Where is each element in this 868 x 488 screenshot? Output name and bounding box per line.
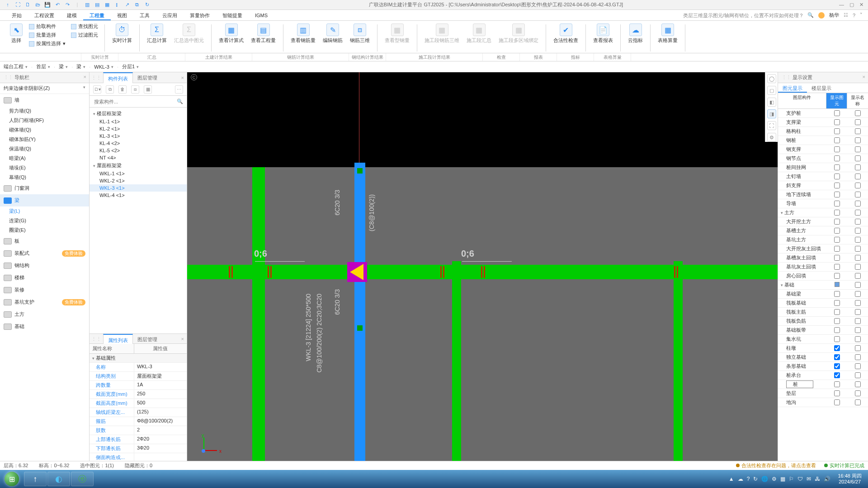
ribbon-button[interactable]: ▤查看工程量 <box>248 23 278 45</box>
close-icon[interactable]: × <box>179 72 187 83</box>
show-name-checkbox[interactable] <box>855 201 861 206</box>
display-item[interactable]: 筏板负筋 <box>778 317 868 326</box>
tab-component-list[interactable]: 构件列表 <box>103 72 133 83</box>
select-button[interactable]: ⬉ 选择 <box>7 23 25 45</box>
property-row[interactable]: 上部通长筋2Φ20 <box>90 435 187 444</box>
nav-item[interactable]: 人防门框墙(RF) <box>0 116 89 125</box>
close-button[interactable]: ✕ <box>859 2 863 8</box>
show-name-checkbox[interactable] <box>855 183 861 188</box>
show-name-checkbox[interactable] <box>855 228 861 234</box>
show-name-checkbox[interactable] <box>855 255 861 261</box>
search-icon[interactable]: 🔍 <box>177 99 183 104</box>
display-item[interactable]: 房心回填 <box>778 272 868 281</box>
show-element-checkbox[interactable] <box>834 399 840 405</box>
view-mode-button[interactable]: ⚙ <box>767 133 776 142</box>
close-icon[interactable]: × <box>863 74 865 80</box>
tree-item[interactable]: WKL-2 <1> <box>90 177 187 184</box>
display-item[interactable]: 集水坑 <box>778 335 868 344</box>
menu-3[interactable]: 工程量 <box>83 10 111 20</box>
show-name-checkbox[interactable] <box>855 192 861 197</box>
property-row[interactable]: 轴线距梁左...(125) <box>90 408 187 417</box>
close-icon[interactable]: × <box>84 74 86 80</box>
select-by-prop-button[interactable]: 按属性选择 ▾ <box>27 40 67 47</box>
show-element-checkbox[interactable] <box>834 137 840 143</box>
constraint-dropdown[interactable]: 约束边缘非阴影区(Z) <box>0 83 89 94</box>
qat-icon[interactable]: 🗁 <box>34 2 41 8</box>
display-item[interactable]: 斜支撑 <box>778 181 868 190</box>
ribbon-button[interactable]: ☁云指标 <box>625 23 646 45</box>
menu-6[interactable]: 云应用 <box>156 10 184 20</box>
tree-item[interactable]: KL-2 <1> <box>90 125 187 132</box>
qat-icon[interactable]: ↷ <box>64 2 71 8</box>
show-element-checkbox[interactable] <box>834 372 840 378</box>
tray-icon[interactable]: 🌐 <box>761 476 768 482</box>
tab-layer-manage[interactable]: 图层管理 <box>133 72 162 83</box>
viewport[interactable]: C 0;6 0;6 6C20 3/3 6C20 3/3 (C8@100(2)) … <box>187 72 778 478</box>
qat-icon[interactable]: ▤ <box>94 2 100 8</box>
show-element-checkbox[interactable] <box>834 219 840 225</box>
copy-button[interactable]: ⧉ <box>106 85 114 94</box>
show-element-checkbox[interactable] <box>834 345 840 351</box>
show-element-checkbox[interactable] <box>834 183 840 188</box>
nav-cat[interactable]: 基础 <box>0 320 89 333</box>
tray-icon[interactable]: ☁ <box>738 476 743 482</box>
show-name-checkbox[interactable] <box>855 327 861 333</box>
pick-component-button[interactable]: 拾取构件 <box>27 23 67 30</box>
show-name-checkbox[interactable] <box>855 264 861 270</box>
show-element-checkbox[interactable] <box>834 309 840 315</box>
show-element-checkbox[interactable] <box>834 363 840 369</box>
tree-item[interactable]: WKL-1 <1> <box>90 170 187 177</box>
show-name-checkbox[interactable] <box>855 128 861 134</box>
display-item[interactable]: 基槽土方 <box>778 226 868 235</box>
tree-item[interactable]: KL-1 <1> <box>90 118 187 125</box>
qat-icon[interactable]: 🗋 <box>24 2 31 8</box>
show-name-checkbox[interactable] <box>855 282 861 288</box>
qat-icon[interactable]: ⛶ <box>14 2 21 8</box>
display-item[interactable]: 桩承台 <box>778 371 868 380</box>
tray-icon[interactable]: ✉ <box>807 476 811 482</box>
ribbon-button[interactable]: ✎编辑钢筋 <box>320 23 345 45</box>
show-name-checkbox[interactable] <box>855 354 861 360</box>
display-item[interactable]: 钢桩 <box>778 136 868 145</box>
nav-item[interactable]: 连梁(G) <box>0 216 89 225</box>
minimize-button[interactable]: — <box>839 2 844 8</box>
display-item[interactable]: 条形基础 <box>778 362 868 371</box>
qat-icon[interactable]: ↻ <box>144 2 150 8</box>
show-name-checkbox[interactable] <box>855 399 861 405</box>
menu-9[interactable]: IGMS <box>249 10 274 20</box>
view-mode-button[interactable]: ◧ <box>767 98 776 107</box>
property-row[interactable]: 截面宽度(mm)250 <box>90 390 187 399</box>
help-icon[interactable]: ? <box>853 13 855 18</box>
menu-1[interactable]: 工程设置 <box>28 10 61 20</box>
close-icon[interactable]: × <box>179 334 187 343</box>
show-name-checkbox[interactable] <box>855 174 861 179</box>
tray-icon[interactable]: ⚐ <box>789 476 794 482</box>
tab-floor-display[interactable]: 楼层显示 <box>807 83 836 93</box>
show-element-checkbox[interactable] <box>834 174 840 179</box>
menu-8[interactable]: 智能提量 <box>216 10 249 20</box>
display-item[interactable]: 格构柱 <box>778 127 868 136</box>
show-element-checkbox[interactable] <box>834 264 840 270</box>
menu-0[interactable]: 开始 <box>5 10 28 20</box>
display-item[interactable]: 基槽灰土回填 <box>778 253 868 263</box>
show-name-checkbox[interactable] <box>855 146 861 152</box>
display-item[interactable]: 钢节点 <box>778 154 868 163</box>
show-name-checkbox[interactable] <box>855 381 861 387</box>
display-item[interactable]: 地下连续墙 <box>778 190 868 199</box>
show-element-checkbox[interactable] <box>834 336 840 342</box>
tray-icon[interactable]: ↻ <box>753 476 758 482</box>
display-item[interactable]: 桩间挂网 <box>778 163 868 172</box>
show-name-checkbox[interactable] <box>855 363 861 369</box>
property-row[interactable]: 名称WKL-3 <box>90 363 187 372</box>
property-row[interactable]: 结构类别屋面框架梁 <box>90 372 187 381</box>
nav-cat-beam[interactable]: 梁 <box>0 194 89 206</box>
nav-item[interactable]: 暗梁(A) <box>0 154 89 163</box>
more-button[interactable]: ⋯ <box>175 85 183 94</box>
display-item[interactable]: 支护桩 <box>778 109 868 118</box>
nav-cat[interactable]: 基坑支护免费体验 <box>0 296 89 308</box>
search-icon[interactable]: 🔍 <box>807 12 814 18</box>
tree-item[interactable]: NT <4> <box>90 154 187 161</box>
qat-icon[interactable]: ↗ <box>124 2 130 8</box>
show-name-checkbox[interactable] <box>855 246 861 252</box>
show-element-checkbox[interactable] <box>834 146 840 152</box>
